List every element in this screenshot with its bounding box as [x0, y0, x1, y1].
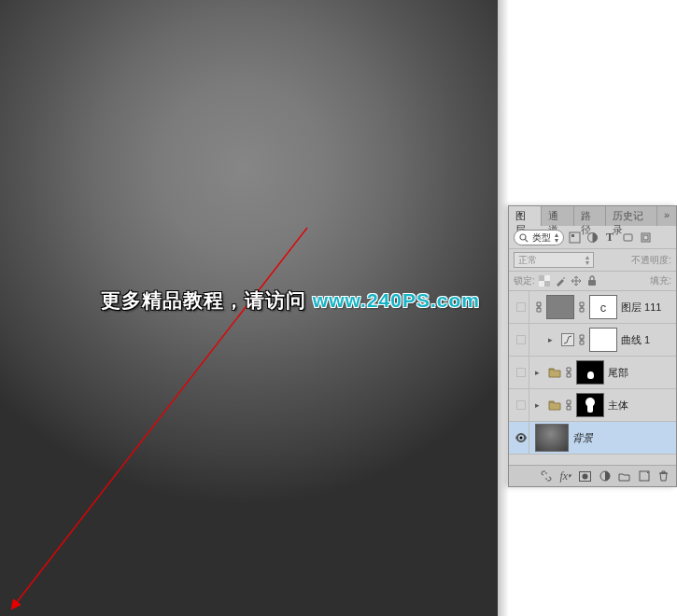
blend-mode-select[interactable]: 正常 ▴▾: [514, 252, 594, 268]
layer-thumb: [535, 424, 569, 452]
lock-all-icon[interactable]: [585, 274, 599, 287]
svg-point-1: [520, 234, 526, 240]
tab-channels[interactable]: 通道: [542, 206, 574, 226]
link-layers-icon[interactable]: [539, 469, 553, 483]
layer-row[interactable]: c 图层 111: [509, 291, 676, 324]
visibility-off-icon: [516, 335, 526, 344]
tab-layers[interactable]: 图层: [509, 206, 542, 226]
svg-rect-8: [643, 235, 648, 240]
layer-visibility-toggle[interactable]: [513, 422, 529, 454]
layer-row[interactable]: 背景: [509, 422, 676, 455]
layer-name: 尾部: [608, 366, 628, 380]
new-group-icon[interactable]: [617, 469, 631, 483]
link-icon: [578, 334, 585, 345]
layer-mask-thumb: [576, 393, 604, 417]
blend-mode-row: 正常 ▴▾ 不透明度:: [509, 249, 676, 272]
link-icon: [578, 301, 585, 313]
watermark-text-cn: 更多精品教程，请访问: [101, 289, 313, 311]
mask-shape: [587, 371, 594, 379]
lock-pixels-icon[interactable]: [554, 274, 567, 287]
panel-tabs: 图层 通道 路径 历史记录 »: [509, 206, 676, 226]
layer-row[interactable]: ▸ 主体: [509, 389, 676, 422]
layer-thumb: [546, 295, 574, 319]
layers-panel: 图层 通道 路径 历史记录 » 类型 ▴▾ T 正常 ▴▾ 不透明度: 锁定: …: [508, 205, 677, 487]
layer-mask-thumb: c: [589, 295, 617, 319]
add-mask-icon[interactable]: [578, 469, 592, 483]
dropdown-arrows-icon: ▴▾: [585, 255, 589, 266]
kind-filter-label: 类型: [532, 231, 551, 245]
tab-paths[interactable]: 路径: [574, 206, 607, 226]
opacity-label: 不透明度:: [631, 254, 671, 267]
filter-shape-icon[interactable]: [620, 231, 635, 245]
search-icon: [519, 233, 529, 243]
svg-rect-10: [544, 281, 550, 287]
layer-visibility-toggle[interactable]: [513, 357, 529, 388]
svg-rect-6: [624, 234, 632, 241]
layer-kind-filter[interactable]: 类型 ▴▾: [514, 230, 564, 245]
link-icon: [565, 367, 572, 378]
filter-pixel-icon[interactable]: [567, 231, 582, 245]
svg-point-16: [583, 473, 588, 479]
new-layer-icon[interactable]: [637, 469, 651, 483]
link-icon: [565, 399, 572, 411]
layer-visibility-toggle[interactable]: [513, 324, 529, 356]
fill-label: 填充:: [650, 274, 671, 287]
layer-mask-thumb: [576, 360, 604, 385]
mask-shape: [585, 398, 595, 413]
layer-mask-thumb: [589, 328, 617, 352]
layer-filter-row: 类型 ▴▾ T: [509, 226, 676, 249]
layer-row[interactable]: ▸ 曲线 1: [509, 324, 676, 357]
layer-row[interactable]: ▸ 尾部: [509, 357, 676, 389]
delete-layer-icon[interactable]: [656, 469, 670, 483]
lock-position-icon[interactable]: [570, 274, 583, 287]
svg-rect-9: [539, 275, 544, 281]
svg-rect-4: [571, 234, 574, 237]
filter-adjustment-icon[interactable]: [585, 231, 599, 245]
layer-visibility-toggle[interactable]: [513, 389, 529, 421]
lock-row: 锁定: 填充:: [509, 272, 676, 291]
svg-point-14: [519, 437, 522, 440]
panel-footer: fx▾: [509, 465, 676, 486]
svg-rect-12: [539, 281, 544, 287]
filter-type-icon[interactable]: T: [602, 231, 617, 245]
visibility-off-icon: [516, 302, 526, 312]
layer-visibility-toggle[interactable]: [513, 291, 529, 323]
tab-history[interactable]: 历史记录: [606, 206, 657, 226]
layer-name: 图层 111: [621, 301, 661, 315]
svg-rect-3: [570, 232, 580, 243]
folder-icon: [548, 399, 561, 411]
watermark: 更多精品教程，请访问 www.240PS.com: [101, 287, 480, 314]
lock-transparent-icon[interactable]: [538, 274, 551, 287]
svg-rect-13: [588, 280, 596, 286]
blend-mode-value: 正常: [518, 254, 537, 267]
disclosure-icon[interactable]: ▸: [548, 335, 557, 344]
link-icon: [535, 301, 543, 313]
adjustment-layer-icon[interactable]: [598, 469, 612, 483]
svg-rect-7: [642, 233, 650, 242]
lock-label: 锁定:: [514, 274, 535, 287]
visibility-off-icon: [516, 400, 526, 410]
layer-name: 主体: [608, 399, 628, 413]
eye-icon: [515, 433, 528, 442]
dropdown-arrows-icon: ▴▾: [555, 232, 558, 244]
layers-list: c 图层 111 ▸ 曲线 1 ▸ 尾部 ▸ 主体: [509, 291, 676, 465]
curves-icon: [561, 333, 574, 346]
watermark-text-url: www.240PS.com: [313, 289, 480, 311]
tab-overflow[interactable]: »: [657, 206, 676, 226]
layer-style-icon[interactable]: fx▾: [558, 469, 572, 483]
svg-rect-11: [544, 275, 550, 281]
layer-name: 背景: [572, 431, 593, 445]
filter-smart-icon[interactable]: [638, 231, 653, 245]
folder-icon: [548, 367, 561, 378]
svg-line-2: [525, 239, 528, 242]
disclosure-icon[interactable]: ▸: [535, 400, 544, 410]
visibility-off-icon: [516, 368, 526, 377]
layer-name: 曲线 1: [621, 333, 650, 347]
disclosure-icon[interactable]: ▸: [535, 368, 544, 377]
